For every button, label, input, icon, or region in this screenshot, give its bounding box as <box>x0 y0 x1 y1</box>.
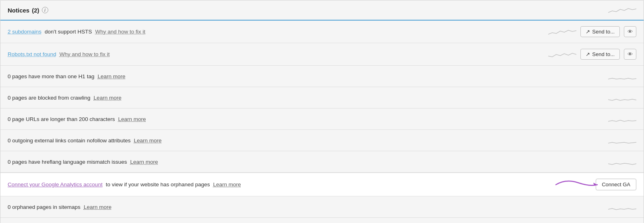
learn-more-hreflang[interactable]: Learn more <box>130 159 158 165</box>
panel-header: Notices (2) i <box>0 0 644 21</box>
sparkline-url <box>608 114 636 124</box>
row-connect-ga: Connect your Google Analytics account to… <box>0 173 644 196</box>
sparkline-hsts <box>548 27 576 37</box>
row-h1-tag: 0 pages have more than one H1 tag Learn … <box>0 66 644 87</box>
send-icon: ↗ <box>586 51 590 57</box>
row-x-robots: 0 pages blocked by X-Robots-Tag: noindex… <box>0 218 644 223</box>
row-right: ↗ Send to... 👁 <box>548 49 636 60</box>
row-left: 2 subdomains don't support HSTS Why and … <box>8 29 548 35</box>
fix-link-hsts[interactable]: Why and how to fix it <box>95 29 145 35</box>
learn-more-nofollow[interactable]: Learn more <box>134 138 161 144</box>
hreflang-text: 0 pages have hreflang language mismatch … <box>8 159 127 165</box>
row-left: 0 orphaned pages in sitemaps Learn more <box>8 204 608 210</box>
url-length-text: 0 page URLs are longer than 200 characte… <box>8 116 115 122</box>
learn-more-crawling[interactable]: Learn more <box>94 95 122 101</box>
eye-icon: 👁 <box>627 29 633 35</box>
connect-ga-arrow <box>554 177 602 193</box>
row-orphaned-pages: 0 orphaned pages in sitemaps Learn more <box>0 196 644 218</box>
subdomains-text: don't support HSTS <box>45 29 92 35</box>
row-right: ↗ Send to... 👁 <box>548 26 636 37</box>
connect-ga-text: to view if your website has orphaned pag… <box>106 181 210 188</box>
row-left: 0 page URLs are longer than 200 characte… <box>8 116 608 122</box>
h1-text: 0 pages have more than one H1 tag <box>8 73 94 79</box>
row-subdomains-hsts: 2 subdomains don't support HSTS Why and … <box>0 21 644 43</box>
orphaned-text: 0 orphaned pages in sitemaps <box>8 204 80 210</box>
send-to-button-robots[interactable]: ↗ Send to... <box>580 49 620 60</box>
send-icon: ↗ <box>586 29 590 35</box>
eye-button-hsts[interactable]: 👁 <box>624 26 636 37</box>
title-count: (2) <box>32 7 39 14</box>
row-left: 0 pages have more than one H1 tag Learn … <box>8 73 608 79</box>
row-hreflang: 0 pages have hreflang language mismatch … <box>0 151 644 173</box>
row-right <box>608 157 636 167</box>
connect-ga-link[interactable]: Connect your Google Analytics account <box>8 181 103 188</box>
row-right <box>608 114 636 124</box>
sparkline-robots <box>548 50 576 59</box>
sparkline-hreflang <box>608 157 636 167</box>
eye-icon: 👁 <box>627 51 633 57</box>
row-right <box>608 71 636 81</box>
row-right <box>608 202 636 212</box>
row-left: 0 outgoing external links contain nofoll… <box>8 138 608 144</box>
row-left: 0 pages are blocked from crawling Learn … <box>8 95 608 101</box>
learn-more-url[interactable]: Learn more <box>118 116 146 122</box>
send-to-button-hsts[interactable]: ↗ Send to... <box>580 26 620 37</box>
nofollow-text: 0 outgoing external links contain nofoll… <box>8 138 130 144</box>
row-nofollow: 0 outgoing external links contain nofoll… <box>0 130 644 151</box>
row-url-length: 0 page URLs are longer than 200 characte… <box>0 108 644 130</box>
sparkline-nofollow <box>608 135 636 145</box>
row-left: Robots.txt not found Why and how to fix … <box>8 51 548 57</box>
notices-panel: Notices (2) i 2 subdomains don't support… <box>0 0 644 223</box>
learn-more-orphaned[interactable]: Learn more <box>84 204 111 210</box>
panel-title: Notices (2) i <box>8 7 48 14</box>
send-to-label: Send to... <box>592 51 615 57</box>
row-robots-txt: Robots.txt not found Why and how to fix … <box>0 43 644 66</box>
subdomains-link[interactable]: 2 subdomains <box>8 29 41 35</box>
row-crawling: 0 pages are blocked from crawling Learn … <box>0 87 644 108</box>
fix-link-robots[interactable]: Why and how to fix it <box>60 51 110 57</box>
row-left: 0 pages have hreflang language mismatch … <box>8 159 608 165</box>
row-right <box>608 135 636 145</box>
title-text: Notices <box>8 7 29 14</box>
eye-button-robots[interactable]: 👁 <box>624 49 636 60</box>
sparkline-orphaned <box>608 202 636 212</box>
sparkline-h1 <box>608 71 636 81</box>
learn-more-connect-ga[interactable]: Learn more <box>213 181 241 188</box>
sparkline-crawling <box>608 93 636 102</box>
learn-more-h1[interactable]: Learn more <box>97 73 125 79</box>
send-to-label: Send to... <box>592 29 615 35</box>
row-right <box>608 93 636 102</box>
row-right: Connect GA <box>596 179 636 190</box>
header-sparkline <box>608 5 636 15</box>
info-icon[interactable]: i <box>42 7 48 13</box>
crawling-text: 0 pages are blocked from crawling <box>8 95 91 101</box>
row-left: Connect your Google Analytics account to… <box>8 181 596 188</box>
robots-link[interactable]: Robots.txt not found <box>8 51 56 57</box>
